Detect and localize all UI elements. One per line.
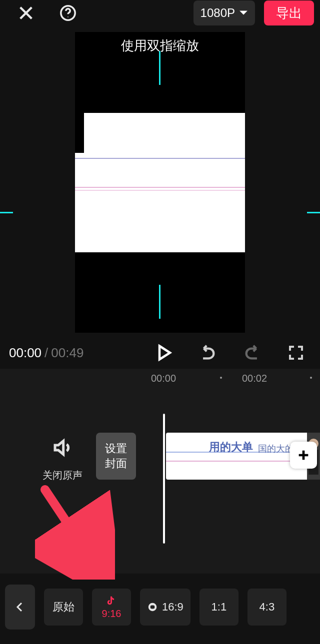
ratio-9-16-label: 9:16 bbox=[102, 608, 122, 620]
preview-area: 使用双指缩放 bbox=[0, 32, 320, 333]
douyin-icon bbox=[106, 595, 117, 606]
ratio-1-1-button[interactable]: 1:1 bbox=[200, 589, 238, 626]
ratio-original-label: 原始 bbox=[52, 600, 74, 615]
cover-label-2: 封面 bbox=[105, 456, 127, 471]
play-icon bbox=[155, 344, 173, 362]
aspect-ratio-bar: 原始 9:16 16:9 1:1 4:3 bbox=[0, 579, 320, 635]
top-bar: 1080P 导出 bbox=[0, 0, 320, 26]
export-label: 导出 bbox=[276, 4, 302, 22]
track-row: 关闭原声 设置 封面 用的大单 国的大的单 bbox=[0, 414, 320, 528]
resolution-select[interactable]: 1080P bbox=[194, 0, 255, 25]
timeline[interactable]: 00:00 00:02 关闭原声 设置 封面 用的大单 国的大的单 bbox=[0, 369, 320, 574]
close-icon bbox=[18, 4, 34, 21]
close-button[interactable] bbox=[13, 0, 39, 26]
time-ruler: 00:00 00:02 bbox=[0, 369, 320, 388]
guide-left-outer bbox=[0, 212, 13, 213]
resolution-label: 1080P bbox=[200, 6, 235, 20]
time-separator: / bbox=[44, 345, 48, 361]
chevron-down-icon bbox=[239, 10, 248, 16]
export-button[interactable]: 导出 bbox=[264, 0, 314, 25]
ratio-original-button[interactable]: 原始 bbox=[44, 589, 83, 626]
time-total: 00:49 bbox=[51, 345, 84, 361]
plus-icon bbox=[296, 448, 310, 462]
mute-original-audio[interactable]: 关闭原声 bbox=[35, 438, 90, 482]
ratio-1-1-label: 1:1 bbox=[212, 601, 227, 614]
ratio-4-3-button[interactable]: 4:3 bbox=[248, 589, 286, 626]
tick-dot bbox=[220, 377, 222, 379]
ratio-16-9-button[interactable]: 16:9 bbox=[140, 589, 190, 626]
clipped-shape bbox=[75, 113, 84, 153]
tick-label-0: 00:00 bbox=[151, 373, 176, 384]
cover-label-1: 设置 bbox=[105, 441, 127, 456]
speaker-icon bbox=[51, 438, 74, 458]
tick-label-1: 00:02 bbox=[242, 373, 267, 384]
guide-right-outer bbox=[307, 212, 320, 213]
fullscreen-button[interactable] bbox=[281, 338, 311, 368]
video-editor-app: 1080P 导出 使用双指缩放 00:00 / 00:49 bbox=[0, 0, 320, 644]
play-button[interactable] bbox=[149, 338, 179, 368]
ratio-4-3-label: 4:3 bbox=[260, 601, 275, 614]
playback-bar: 00:00 / 00:49 bbox=[0, 338, 320, 368]
ratio-9-16-button[interactable]: 9:16 bbox=[92, 589, 131, 626]
undo-button[interactable] bbox=[193, 338, 223, 368]
ratio-16-9-label: 16:9 bbox=[162, 601, 184, 614]
guide-top-vertical bbox=[159, 51, 160, 85]
back-button[interactable] bbox=[5, 585, 35, 630]
add-clip-button[interactable] bbox=[290, 442, 317, 469]
xigua-icon bbox=[147, 602, 158, 613]
set-cover-button[interactable]: 设置 封面 bbox=[96, 433, 136, 480]
chevron-left-icon bbox=[14, 600, 26, 615]
preview-content bbox=[75, 113, 245, 252]
fullscreen-icon bbox=[288, 345, 304, 361]
preview-canvas[interactable]: 使用双指缩放 bbox=[75, 32, 245, 333]
svg-point-1 bbox=[68, 16, 68, 17]
time-current: 00:00 bbox=[9, 345, 42, 361]
undo-icon bbox=[200, 344, 216, 361]
redo-button[interactable] bbox=[237, 338, 267, 368]
redo-icon bbox=[244, 344, 260, 361]
tick-dot bbox=[310, 377, 312, 379]
mute-label: 关闭原声 bbox=[35, 469, 90, 482]
playhead[interactable] bbox=[163, 414, 165, 544]
help-button[interactable] bbox=[55, 0, 81, 26]
help-icon bbox=[60, 4, 76, 21]
guide-bottom-vertical bbox=[159, 285, 160, 319]
clip-caption: 用的大单 bbox=[209, 440, 253, 455]
